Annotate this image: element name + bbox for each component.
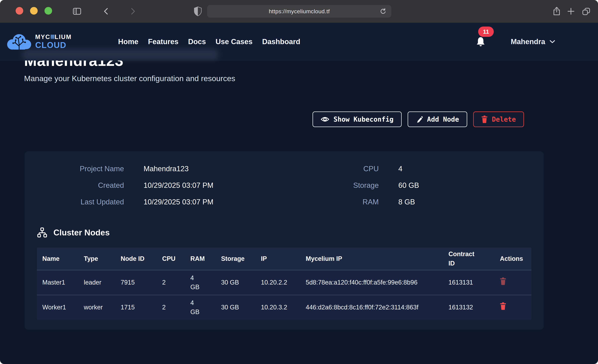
cpu-row: CPU 4 [306, 165, 419, 173]
mycelium-cloud-logo-icon [5, 32, 33, 51]
main-nav: Home Features Docs Use Cases Dashboard [118, 38, 300, 46]
cpu-label: CPU [306, 165, 379, 173]
plus-icon [566, 7, 575, 16]
project-name-label: Project Name [37, 165, 124, 173]
cell-contract-id: 1613132 [443, 303, 494, 312]
header-right: 11 Mahendra [475, 36, 555, 47]
delete-node-button[interactable] [500, 277, 506, 285]
cluster-info-grid: Project Name Mahendra123 Created 10/29/2… [37, 165, 532, 206]
created-row: Created 10/29/2025 03:07 PM [37, 181, 306, 190]
tab-overview-icon [581, 7, 591, 16]
cell-name: Worker1 [37, 303, 78, 312]
nav-docs[interactable]: Docs [188, 38, 206, 46]
url-bar[interactable]: https://myceliumcloud.tf [207, 5, 391, 17]
nav-dashboard[interactable]: Dashboard [262, 38, 300, 46]
sidebar-toggle-button[interactable] [72, 6, 82, 17]
trash-icon [500, 277, 506, 285]
cpu-value: 4 [398, 165, 402, 173]
forward-button[interactable] [127, 6, 138, 17]
delete-label: Delete [492, 116, 516, 123]
created-label: Created [37, 181, 124, 190]
col-mycelium-ip: Mycelium IP [300, 254, 443, 263]
add-node-button[interactable]: Add Node [408, 111, 467, 127]
traffic-lights [16, 7, 52, 15]
storage-row: Storage 60 GB [306, 181, 419, 190]
delete-cluster-button[interactable]: Delete [473, 111, 524, 127]
notification-badge: 11 [478, 26, 494, 37]
cell-storage: 30 GB [216, 303, 255, 312]
show-kubeconfig-label: Show Kubeconfig [334, 116, 393, 123]
refresh-icon [379, 8, 387, 15]
tab-overview-button[interactable] [581, 6, 591, 17]
cluster-info-card: Project Name Mahendra123 Created 10/29/2… [25, 151, 544, 330]
col-actions: Actions [494, 254, 532, 263]
trash-icon [481, 116, 488, 123]
storage-label: Storage [306, 181, 379, 190]
col-contract-id: Contract ID [443, 249, 494, 268]
logo-line1: MYCELIUM [35, 34, 72, 40]
cell-storage: 30 GB [216, 278, 255, 287]
notifications-button[interactable]: 11 [475, 36, 486, 47]
last-updated-label: Last Updated [37, 198, 124, 206]
cell-actions [494, 302, 532, 312]
shield-icon [193, 6, 202, 16]
delete-node-button[interactable] [500, 302, 506, 310]
cell-type: leader [78, 278, 115, 287]
bell-icon [475, 36, 486, 47]
cluster-nodes-heading: Cluster Nodes [37, 227, 532, 238]
cell-mycelium-ip: 446:d2a6:8bcd:8c16:ff0f:72e2:3114:863f [300, 303, 443, 312]
share-button[interactable] [551, 6, 562, 17]
back-chevron-icon [102, 7, 111, 16]
cell-actions [494, 277, 532, 288]
page-subtitle: Manage your Kubernetes cluster configura… [24, 74, 598, 83]
share-icon [552, 7, 561, 16]
cluster-actions: Show Kubeconfig Add Node Delete [0, 111, 524, 127]
show-kubeconfig-button[interactable]: Show Kubeconfig [313, 111, 402, 127]
cell-cpu: 2 [157, 278, 185, 287]
created-value: 10/29/2025 03:07 PM [144, 181, 213, 190]
eye-icon [321, 116, 329, 123]
nodes-table-header: Name Type Node ID CPU RAM Storage IP Myc… [37, 248, 532, 270]
cell-ip: 10.20.2.2 [255, 278, 300, 287]
reload-button[interactable] [378, 6, 388, 17]
col-storage: Storage [216, 254, 255, 263]
nav-features[interactable]: Features [148, 38, 178, 46]
project-name-row: Project Name Mahendra123 [37, 165, 306, 173]
ram-value: 8 GB [398, 198, 415, 206]
ram-row: RAM 8 GB [306, 198, 419, 206]
cell-ram: 4 GB [185, 298, 216, 316]
chevron-down-icon [549, 40, 555, 43]
minimize-window-button[interactable] [30, 7, 38, 15]
user-name: Mahendra [511, 38, 545, 46]
logo[interactable]: MYCELIUM CLOUD [5, 32, 72, 51]
cluster-info-left: Project Name Mahendra123 Created 10/29/2… [37, 165, 306, 206]
cell-type: worker [78, 303, 115, 312]
cell-ram: 4 GB [185, 273, 216, 292]
zoom-window-button[interactable] [44, 7, 52, 15]
user-menu[interactable]: Mahendra [511, 38, 555, 46]
cell-contract-id: 1613131 [443, 278, 494, 287]
col-node-id: Node ID [115, 254, 157, 263]
logo-e-bars: E [51, 35, 54, 39]
col-ip: IP [255, 254, 300, 263]
close-window-button[interactable] [16, 7, 23, 15]
sidebar-toggle-icon [72, 7, 82, 16]
privacy-shield-button[interactable] [192, 6, 203, 17]
storage-value: 60 GB [398, 181, 419, 190]
cell-name: Master1 [37, 278, 78, 287]
cell-ip: 10.20.3.2 [255, 303, 300, 312]
nav-use-cases[interactable]: Use Cases [216, 38, 253, 46]
cell-node-id: 7915 [115, 278, 157, 287]
cell-node-id: 1715 [115, 303, 157, 312]
url-text: https://myceliumcloud.tf [269, 8, 330, 15]
cell-cpu: 2 [157, 303, 185, 312]
col-type: Type [78, 254, 115, 263]
nodes-table: Name Type Node ID CPU RAM Storage IP Myc… [37, 248, 532, 320]
nav-home[interactable]: Home [118, 38, 138, 46]
project-name-value: Mahendra123 [144, 165, 189, 173]
node-row-worker1: Worker1 worker 1715 2 4 GB 30 GB 10.20.3… [37, 295, 532, 320]
last-updated-row: Last Updated 10/29/2025 03:07 PM [37, 198, 306, 206]
network-nodes-icon [37, 227, 48, 238]
back-button[interactable] [101, 6, 112, 17]
new-tab-button[interactable] [566, 6, 576, 17]
